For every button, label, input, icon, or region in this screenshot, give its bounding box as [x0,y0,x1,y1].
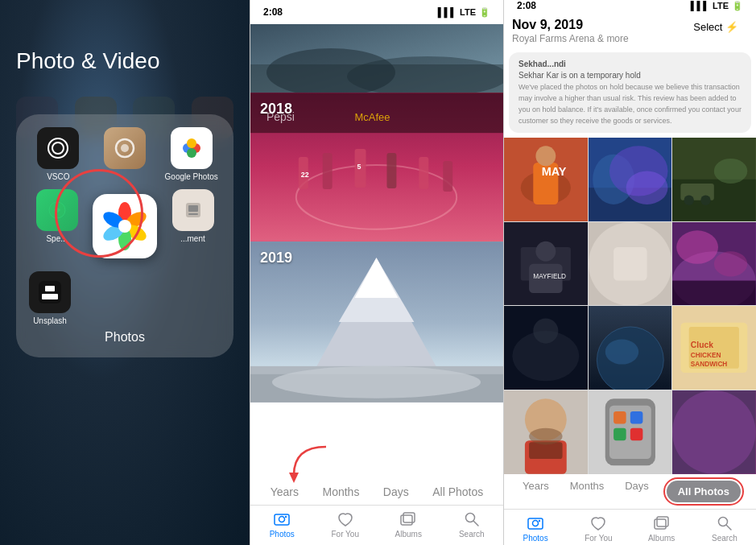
search-tab-icon-2 [463,510,481,528]
photo-cell-8[interactable] [589,306,672,390]
time-days-3[interactable]: Days [618,477,655,506]
photos-highlight-circle [55,169,143,258]
svg-point-1 [52,142,64,154]
year-block-2018[interactable]: Pepsi McAfee 22 5 2018 [250,93,503,242]
svg-rect-113 [655,519,666,529]
svg-point-111 [533,520,539,526]
time-days-2[interactable]: Days [377,484,415,500]
svg-text:MAY: MAY [542,165,567,178]
time-years-3[interactable]: Years [516,477,556,506]
photo-cell-7[interactable] [504,306,588,390]
svg-point-69 [714,159,747,184]
tab-search-label-2: Search [459,530,485,539]
status-time-2: 2:08 [263,6,283,18]
svg-point-85 [533,319,558,344]
lte-badge-3: LTE [713,1,729,10]
status-bar-3: 2:08 ▌▌▌ LTE 🔋 [504,0,756,11]
tab-foryou-label-2: For You [332,530,359,539]
tab-albums-2[interactable]: Albums [384,510,432,539]
select-button[interactable]: Select ⚡ [684,18,748,36]
tab-foryou-label-3: For You [585,534,612,543]
status-signals-3: ▌▌▌ LTE 🔋 [691,1,743,11]
photos-header-3: Nov 9, 2019 Royal Farms Arena & more Sel… [504,11,756,47]
photo-cell-6[interactable] [672,222,756,306]
top-strip-svg [250,24,503,93]
photo-cell-2[interactable] [589,138,672,221]
svg-rect-20 [45,286,55,291]
year-block-2019[interactable]: 2019 [250,242,503,403]
svg-point-100 [529,428,562,445]
tab-search-3[interactable]: Search [700,514,749,543]
photo-cell-10[interactable] [504,390,588,474]
top-photo-strip [250,24,503,93]
photo-cell-11[interactable] [589,390,672,474]
tab-photos-label-2: Photos [270,530,295,539]
photo-blocks-scroll: Pepsi McAfee 22 5 2018 [250,24,503,479]
photo-cell-9[interactable]: Cluck CHICKEN SANDWICH [672,306,756,390]
svg-point-6 [187,138,196,148]
bottom-nav-2: Photos For You Albums Sea [250,505,503,545]
svg-rect-19 [39,281,61,303]
year-label-2019: 2019 [260,250,292,266]
svg-rect-105 [630,411,642,424]
svg-rect-33 [443,161,452,192]
albums-tab-icon-3 [653,514,671,532]
svg-rect-50 [403,513,415,522]
svg-point-57 [535,146,556,166]
svg-point-68 [701,196,711,205]
svg-text:McAfee: McAfee [355,111,390,123]
app-icon-content[interactable]: ...ment [165,189,221,263]
photos-tab-icon-3 [527,514,544,532]
unsplash-icon-img [29,271,71,313]
battery-icon: 🔋 [479,7,490,18]
photo-cell-4[interactable]: MAYFIELD [504,222,588,306]
unsplash-label: Unsplash [33,316,67,325]
svg-point-0 [48,138,68,158]
all-photos-button[interactable]: All Photos [667,481,741,502]
search-tab-icon-3 [716,514,733,532]
svg-line-116 [726,525,731,530]
app-icon-gphotos[interactable]: Google Photos [162,127,221,181]
svg-rect-21 [42,294,58,299]
tab-foryou-3[interactable]: For You [574,514,622,543]
time-months-2[interactable]: Months [316,484,366,500]
gphotos-icon-img [171,127,213,169]
svg-rect-17 [188,205,198,212]
photo-cell-3[interactable] [672,138,756,221]
content-label: ...ment [180,234,205,243]
folder-title: Photo & Video [0,0,250,90]
tab-photos-3[interactable]: Photos [511,514,560,543]
svg-text:22: 22 [301,171,309,179]
tab-albums-label-2: Albums [395,530,422,539]
tab-albums-label-3: Albums [648,534,675,543]
tab-foryou-2[interactable]: For You [321,510,370,539]
time-allphotos-2[interactable]: All Photos [426,484,490,500]
tab-search-label-3: Search [712,534,737,543]
photo-cell-1[interactable]: MAY [504,138,588,221]
tab-albums-3[interactable]: Albums [638,514,686,543]
svg-point-3 [121,144,129,152]
tab-search-2[interactable]: Search [448,510,496,539]
arc-icon-img [104,127,146,169]
svg-text:SANDWICH: SANDWICH [691,360,728,368]
svg-text:CHICKEN: CHICKEN [691,352,721,360]
svg-point-63 [626,171,667,204]
svg-point-7 [187,148,196,158]
svg-point-45 [272,366,481,398]
time-months-3[interactable]: Months [564,477,611,506]
svg-rect-114 [657,517,668,526]
svg-text:Cluck: Cluck [691,341,713,349]
photos-location: Royal Farms Arena & more [512,33,629,44]
photo-cell-5[interactable] [589,222,672,306]
app-icon-unsplash[interactable]: Unsplash [29,271,71,325]
tab-photos-2[interactable]: Photos [258,510,306,539]
time-years-2[interactable]: Years [264,484,305,500]
photo-cell-12[interactable] [672,390,756,474]
svg-point-48 [285,516,287,518]
svg-line-52 [473,522,478,526]
svg-point-47 [279,517,285,522]
vsco-label: VSCO [47,172,69,181]
status-bar-2: 2:08 ▌▌▌ LTE 🔋 [250,0,503,24]
svg-rect-107 [630,428,642,441]
svg-point-67 [684,196,694,205]
